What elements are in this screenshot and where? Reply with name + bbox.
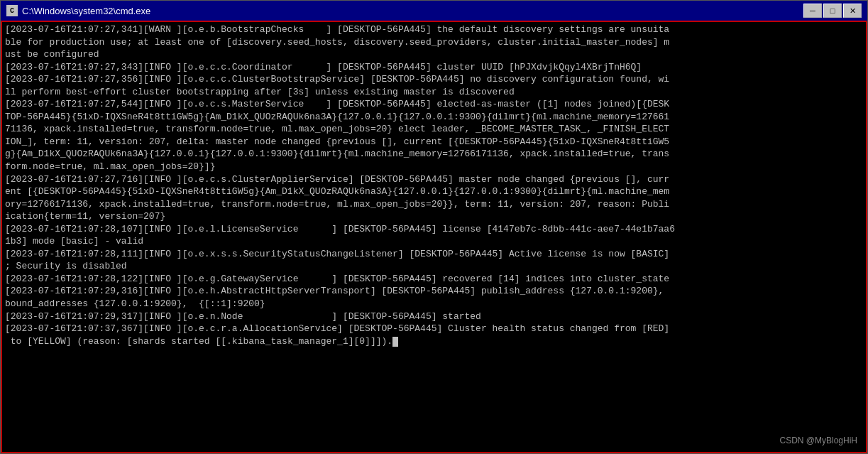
terminal-cursor <box>392 337 398 347</box>
cmd-window: C C:\Windows\system32\cmd.exe ─ □ ✕ [202… <box>0 0 868 454</box>
title-bar-left: C C:\Windows\system32\cmd.exe <box>6 5 150 16</box>
watermark: CSDN @MyBlogHiH <box>779 435 857 446</box>
title-bar-controls: ─ □ ✕ <box>803 4 862 18</box>
terminal-body: [2023-07-16T21:07:27,341][WARN ][o.e.b.B… <box>1 21 867 453</box>
cmd-icon: C <box>6 5 18 16</box>
terminal-content: [2023-07-16T21:07:27,341][WARN ][o.e.b.B… <box>5 23 863 347</box>
close-button[interactable]: ✕ <box>843 4 862 18</box>
title-bar: C C:\Windows\system32\cmd.exe ─ □ ✕ <box>1 1 867 21</box>
window-title: C:\Windows\system32\cmd.exe <box>22 6 150 16</box>
maximize-button[interactable]: □ <box>823 4 842 18</box>
minimize-button[interactable]: ─ <box>803 4 822 18</box>
